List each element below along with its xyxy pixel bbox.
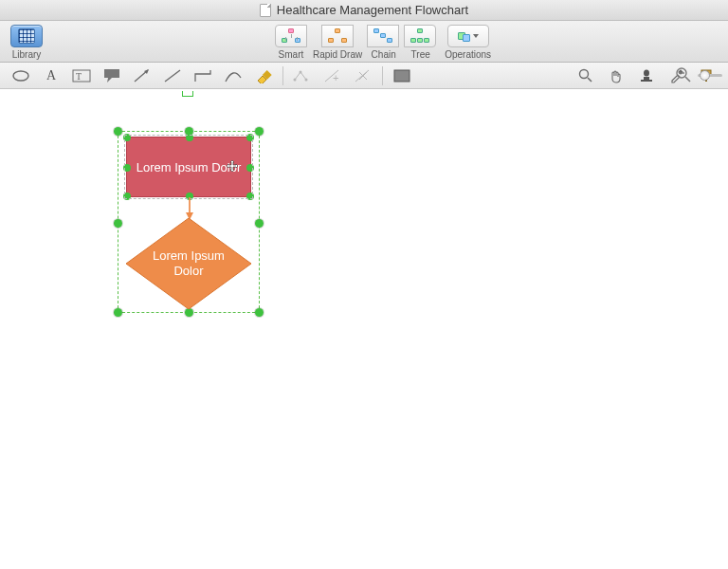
svg-rect-3 (104, 69, 119, 78)
search-tool[interactable] (573, 65, 599, 86)
fill-swatch-tool[interactable] (389, 65, 415, 86)
callout-tool[interactable] (99, 65, 125, 86)
drawing-canvas[interactable]: Lorem Ipsum Dolor Lorem Ipsum Dolor (0, 89, 728, 569)
svg-point-0 (13, 71, 28, 81)
edit-points-tool (289, 65, 316, 86)
move-cursor-icon (226, 160, 239, 174)
window-titlebar: Healthcare Management Flowchart (0, 0, 728, 21)
svg-point-11 (300, 70, 302, 73)
operations-button[interactable]: Operations (445, 25, 491, 60)
mode-chain-label: Chain (372, 49, 396, 60)
svg-rect-18 (394, 70, 410, 82)
library-icon (18, 28, 35, 44)
curve-tool[interactable] (220, 65, 246, 86)
mode-rapid-button[interactable]: Rapid Draw (313, 25, 362, 60)
svg-point-10 (294, 78, 297, 81)
mode-chain-button[interactable]: Chain (368, 25, 399, 60)
flow-process-shape[interactable]: Lorem Ipsum Dolor (126, 137, 251, 197)
line-tool[interactable] (159, 65, 186, 86)
highlighter-tool[interactable] (250, 65, 277, 86)
zoom-control[interactable] (675, 66, 722, 83)
zoom-slider-thumb[interactable] (700, 70, 710, 81)
toolbar-separator (382, 66, 383, 85)
library-label: Library (12, 49, 42, 60)
arrow-tool[interactable] (129, 65, 155, 86)
remove-point-tool (350, 65, 376, 86)
operations-icon (458, 30, 470, 42)
draw-mode-group: Smart Rapid Draw Chain Tree (272, 25, 439, 60)
svg-point-19 (580, 69, 589, 78)
main-toolbar: Library Smart Rapid Draw Chain Tree Oper… (0, 21, 728, 63)
mode-rapid-label: Rapid Draw (313, 49, 362, 60)
flow-process-text: Lorem Ipsum Dolor (136, 160, 242, 174)
svg-line-20 (588, 78, 592, 82)
svg-point-12 (305, 78, 308, 81)
ellipse-tool[interactable] (8, 65, 34, 86)
pan-tool[interactable] (603, 65, 629, 86)
smart-insert-marker (182, 91, 193, 97)
chevron-down-icon (473, 34, 479, 38)
svg-marker-4 (107, 78, 112, 83)
stamp-tool[interactable] (633, 65, 660, 86)
add-point-tool: + (319, 65, 346, 86)
mode-tree-label: Tree (411, 49, 430, 60)
svg-point-22 (644, 69, 649, 76)
chain-mode-icon (373, 28, 392, 44)
textbox-tool[interactable]: T (68, 65, 95, 86)
flow-decision-shape[interactable]: Lorem Ipsum Dolor (126, 218, 251, 309)
library-button[interactable]: Library (10, 25, 43, 60)
tree-mode-icon (410, 28, 429, 44)
shape-toolbar: A T + (0, 63, 728, 89)
flow-decision-text: Lorem Ipsum Dolor (146, 248, 231, 278)
svg-text:T: T (76, 71, 82, 82)
mode-smart-button[interactable]: Smart (275, 25, 307, 60)
zoom-slider[interactable] (698, 74, 722, 77)
svg-rect-21 (641, 80, 652, 82)
text-tool[interactable]: A (38, 65, 64, 86)
toolbar-separator (282, 66, 283, 85)
document-icon (260, 4, 271, 17)
mode-tree-button[interactable]: Tree (405, 25, 436, 60)
operations-label: Operations (445, 49, 491, 60)
rapid-mode-icon (328, 28, 347, 44)
zoom-out-icon (675, 66, 692, 83)
svg-line-15 (355, 70, 369, 82)
svg-text:+: + (333, 72, 338, 83)
document-title: Healthcare Management Flowchart (277, 3, 468, 17)
svg-line-28 (685, 77, 690, 82)
mode-smart-label: Smart (279, 49, 304, 60)
elbow-connector-tool[interactable] (190, 65, 216, 86)
smart-mode-icon (282, 28, 300, 44)
flow-connector[interactable] (185, 197, 194, 220)
svg-line-7 (165, 70, 180, 82)
